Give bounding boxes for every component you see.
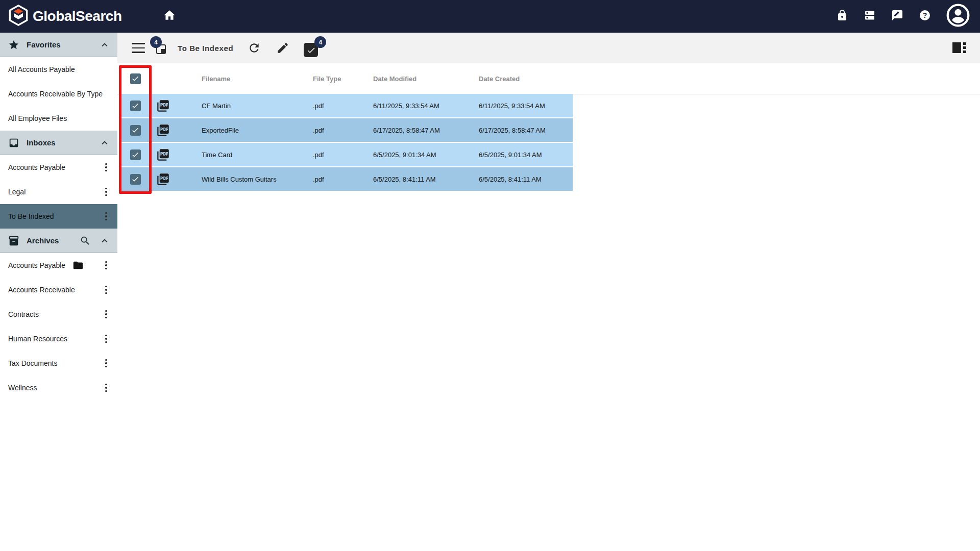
row-date-created: 6/11/2025, 9:33:54 AM [479, 102, 573, 110]
more-options-icon[interactable] [101, 333, 111, 344]
folder-icon [72, 260, 84, 271]
feedback-chat-icon [891, 9, 903, 23]
user-account-button[interactable] [946, 5, 970, 28]
more-options-icon[interactable] [101, 186, 111, 197]
queues-button[interactable] [864, 10, 876, 22]
row-file-type: .pdf [313, 127, 373, 134]
more-options-icon[interactable] [101, 211, 111, 222]
help-icon: ? [919, 9, 931, 23]
sidebar-section-inboxes[interactable]: Inboxes [0, 131, 117, 155]
row-date-modified: 6/11/2025, 9:33:54 AM [373, 102, 479, 110]
row-checkbox[interactable] [130, 149, 141, 160]
more-options-icon[interactable] [101, 284, 111, 295]
row-checkbox[interactable] [130, 174, 141, 185]
section-label-archives: Archives [27, 236, 72, 245]
panel-toggle-icon [952, 42, 961, 53]
panel-toggle-button[interactable] [952, 42, 967, 54]
sidebar-item-archive-accounts-payable[interactable]: Accounts Payable [0, 253, 117, 278]
table-row[interactable]: Time Card .pdf 6/5/2025, 9:01:34 AM 6/5/… [119, 143, 573, 166]
pdf-file-icon [156, 99, 170, 113]
home-icon [163, 9, 176, 24]
topbar-actions: ? [836, 5, 970, 28]
table-row[interactable]: ExportedFile .pdf 6/17/2025, 8:58:47 AM … [119, 118, 573, 142]
content-toolbar: 4 To Be Indexed 4 [117, 33, 980, 63]
row-checkbox[interactable] [130, 125, 141, 136]
star-icon [8, 39, 19, 51]
sidebar-item-archive-human-resources[interactable]: Human Resources [0, 327, 117, 351]
collapse-inboxes-icon[interactable] [99, 137, 110, 148]
row-date-created: 6/17/2025, 8:58:47 AM [479, 127, 573, 134]
row-filename: ExportedFile [202, 127, 313, 134]
sidebar-item-inbox-to-be-indexed[interactable]: To Be Indexed [0, 204, 117, 229]
sidebar-item-inbox-accounts-payable[interactable]: Accounts Payable [0, 155, 117, 180]
queue-count-button[interactable]: 4 [151, 38, 170, 58]
column-header-file-type[interactable]: File Type [313, 75, 373, 83]
column-header-date-modified[interactable]: Date Modified [373, 75, 479, 83]
queue-count-badge: 4 [150, 36, 162, 48]
globalsearch-logo-icon [8, 4, 29, 29]
collapse-favorites-icon[interactable] [99, 39, 110, 51]
collapse-archives-icon[interactable] [99, 235, 110, 246]
sidebar-item-inbox-legal[interactable]: Legal [0, 180, 117, 204]
lock-button[interactable] [836, 10, 848, 22]
row-filename: CF Martin [202, 102, 313, 110]
column-header-filename[interactable]: Filename [202, 75, 313, 83]
section-label-favorites: Favorites [27, 40, 92, 49]
sidebar-item-archive-accounts-receivable[interactable]: Accounts Receivable [0, 278, 117, 302]
sidebar-item-all-employee-files[interactable]: All Employee Files [0, 106, 117, 131]
row-file-type: .pdf [313, 102, 373, 110]
globalsearch-app: GlobalSearch [0, 0, 980, 551]
sidebar: Favorites All Accounts Payable Accounts … [0, 33, 117, 551]
lock-icon [836, 9, 848, 23]
column-header-date-created[interactable]: Date Created [479, 75, 573, 83]
row-date-created: 6/5/2025, 9:01:34 AM [479, 151, 573, 159]
row-file-type: .pdf [313, 176, 373, 183]
edit-button[interactable] [276, 41, 289, 55]
search-archives-icon[interactable] [80, 235, 91, 246]
table-row[interactable]: CF Martin .pdf 6/11/2025, 9:33:54 AM 6/1… [119, 94, 573, 117]
feedback-button[interactable] [891, 10, 903, 22]
table-row[interactable]: Wild Bills Custom Guitars .pdf 6/5/2025,… [119, 167, 573, 191]
pdf-file-icon [156, 172, 170, 186]
brand-logo[interactable]: GlobalSearch [8, 4, 122, 29]
sidebar-item-archive-wellness[interactable]: Wellness [0, 375, 117, 400]
archive-box-icon [8, 235, 19, 246]
more-options-icon[interactable] [101, 382, 111, 393]
sidebar-item-accounts-receivable-by-type[interactable]: Accounts Receivable By Type [0, 82, 117, 106]
pdf-file-icon [156, 148, 170, 162]
sidebar-section-favorites[interactable]: Favorites [0, 33, 117, 57]
brand-name: GlobalSearch [33, 8, 122, 24]
row-checkbox[interactable] [130, 101, 141, 111]
svg-text:?: ? [923, 11, 927, 19]
more-options-icon[interactable] [101, 162, 111, 173]
row-file-type: .pdf [313, 151, 373, 159]
sidebar-item-archive-contracts[interactable]: Contracts [0, 302, 117, 327]
row-date-modified: 6/5/2025, 8:41:11 AM [373, 176, 479, 183]
select-all-checkbox[interactable] [130, 73, 141, 84]
section-label-inboxes: Inboxes [27, 138, 92, 147]
top-navigation-bar: GlobalSearch [0, 0, 980, 33]
row-filename: Time Card [202, 151, 313, 159]
sidebar-item-archive-tax-documents[interactable]: Tax Documents [0, 351, 117, 375]
more-options-icon[interactable] [101, 260, 111, 271]
more-options-icon[interactable] [101, 358, 111, 369]
row-date-modified: 6/17/2025, 8:58:47 AM [373, 127, 479, 134]
account-circle-icon [946, 4, 970, 29]
home-button[interactable] [163, 9, 176, 24]
more-options-icon[interactable] [101, 309, 111, 320]
pdf-file-icon [156, 123, 170, 137]
refresh-button[interactable] [248, 41, 261, 55]
row-filename: Wild Bills Custom Guitars [202, 176, 313, 183]
row-date-created: 6/5/2025, 8:41:11 AM [479, 176, 573, 183]
page-title: To Be Indexed [178, 44, 233, 53]
dns-icon [864, 9, 876, 23]
sidebar-item-all-accounts-payable[interactable]: All Accounts Payable [0, 57, 117, 82]
menu-button[interactable] [132, 43, 145, 53]
inbox-icon [8, 137, 19, 148]
table-header-row: Filename File Type Date Modified Date Cr… [119, 63, 573, 94]
selected-count-badge: 4 [314, 36, 326, 48]
help-button[interactable]: ? [919, 10, 931, 22]
document-list: Filename File Type Date Modified Date Cr… [119, 63, 573, 192]
selected-documents-button[interactable]: 4 [302, 37, 325, 59]
sidebar-section-archives[interactable]: Archives [0, 229, 117, 253]
